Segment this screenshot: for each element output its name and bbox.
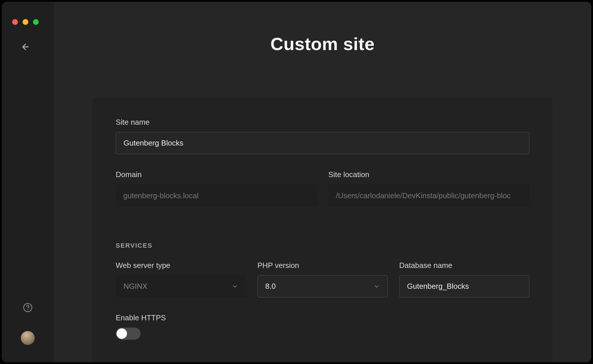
domain-field: Domain gutenberg-blocks.local bbox=[116, 170, 317, 207]
close-window-button[interactable] bbox=[12, 19, 18, 25]
arrow-left-icon bbox=[21, 42, 30, 52]
enable-https-toggle[interactable] bbox=[116, 328, 141, 340]
php-version-label: PHP version bbox=[257, 261, 388, 270]
app-window: Custom site Site name Domain gutenberg-b… bbox=[2, 2, 591, 362]
window-controls bbox=[2, 19, 54, 25]
database-name-field: Database name bbox=[399, 261, 529, 297]
services-section-label: SERVICES bbox=[116, 242, 529, 249]
enable-https-field: Enable HTTPS bbox=[116, 313, 529, 340]
chevron-down-icon bbox=[232, 283, 238, 290]
database-name-input[interactable] bbox=[399, 275, 529, 297]
database-name-label: Database name bbox=[399, 261, 529, 270]
site-location-label: Site location bbox=[328, 170, 529, 179]
web-server-type-select[interactable]: NGINX bbox=[116, 275, 246, 297]
enable-https-label: Enable HTTPS bbox=[116, 313, 529, 322]
sidebar-bottom bbox=[2, 303, 54, 345]
site-name-input[interactable] bbox=[116, 132, 529, 154]
php-version-value: 8.0 bbox=[265, 282, 276, 291]
web-server-type-label: Web server type bbox=[116, 261, 246, 270]
main-content: Custom site Site name Domain gutenberg-b… bbox=[54, 2, 591, 362]
php-version-select[interactable]: 8.0 bbox=[257, 275, 388, 297]
site-location-value: /Users/carlodaniele/DevKinsta/public/gut… bbox=[328, 184, 529, 207]
domain-label: Domain bbox=[116, 170, 317, 179]
back-button[interactable] bbox=[2, 42, 54, 53]
domain-value: gutenberg-blocks.local bbox=[116, 184, 317, 207]
site-location-field: Site location /Users/carlodaniele/DevKin… bbox=[328, 170, 529, 207]
form-panel: Site name Domain gutenberg-blocks.local … bbox=[93, 98, 553, 362]
help-button[interactable] bbox=[23, 303, 33, 314]
minimize-window-button[interactable] bbox=[23, 19, 28, 25]
site-name-label: Site name bbox=[116, 118, 529, 127]
sidebar bbox=[2, 2, 54, 362]
user-avatar[interactable] bbox=[21, 331, 35, 345]
toggle-knob bbox=[117, 328, 127, 339]
maximize-window-button[interactable] bbox=[33, 19, 39, 25]
web-server-type-value: NGINX bbox=[124, 282, 147, 291]
page-title: Custom site bbox=[54, 34, 591, 54]
help-icon bbox=[23, 303, 33, 312]
php-version-field: PHP version 8.0 bbox=[257, 261, 388, 297]
chevron-down-icon bbox=[373, 283, 380, 290]
web-server-type-field: Web server type NGINX bbox=[116, 261, 246, 297]
site-name-field: Site name bbox=[116, 118, 529, 154]
